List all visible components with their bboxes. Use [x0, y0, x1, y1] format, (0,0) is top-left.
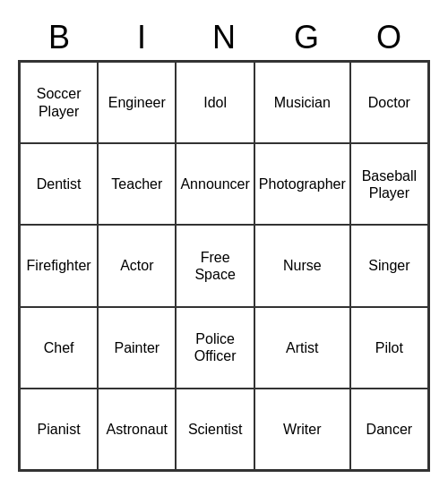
- bingo-cell-r3-c0[interactable]: Chef: [20, 307, 98, 389]
- bingo-cell-text-r4-c1: Astronaut: [107, 421, 168, 438]
- bingo-cell-r4-c4[interactable]: Dancer: [350, 389, 428, 470]
- bingo-cell-r1-c3[interactable]: Photographer: [254, 143, 350, 225]
- bingo-cell-r3-c3[interactable]: Artist: [254, 307, 350, 389]
- header-letter-b: B: [18, 15, 100, 60]
- bingo-cell-text-r2-c2: Free Space: [180, 249, 249, 283]
- bingo-cell-text-r2-c1: Actor: [120, 257, 153, 274]
- bingo-cell-text-r1-c0: Dentist: [37, 175, 82, 192]
- bingo-cell-r0-c2[interactable]: Idol: [176, 62, 254, 143]
- bingo-cell-r3-c2[interactable]: Police Officer: [176, 307, 254, 389]
- header-letter-i: I: [100, 15, 183, 60]
- bingo-card: BINGO Soccer PlayerEngineerIdolMusicianD…: [9, 6, 439, 481]
- bingo-cell-text-r3-c3: Artist: [286, 339, 318, 356]
- bingo-cell-text-r0-c0: Soccer Player: [24, 85, 93, 119]
- bingo-cell-text-r2-c4: Singer: [368, 257, 409, 274]
- bingo-header: BINGO: [18, 15, 430, 60]
- bingo-cell-text-r3-c0: Chef: [44, 339, 74, 356]
- bingo-cell-text-r4-c3: Writer: [283, 421, 321, 438]
- bingo-cell-r1-c2[interactable]: Announcer: [176, 143, 254, 225]
- header-letter-o: O: [348, 15, 430, 60]
- header-letter-n: N: [183, 15, 265, 60]
- bingo-cell-text-r2-c3: Nurse: [283, 257, 322, 274]
- bingo-cell-text-r1-c4: Baseball Player: [355, 167, 424, 201]
- bingo-cell-r3-c1[interactable]: Painter: [98, 307, 176, 389]
- bingo-cell-text-r3-c1: Painter: [114, 339, 159, 356]
- bingo-cell-text-r3-c4: Pilot: [375, 339, 403, 356]
- bingo-cell-r4-c1[interactable]: Astronaut: [98, 389, 176, 470]
- bingo-cell-text-r4-c0: Pianist: [38, 421, 81, 438]
- bingo-cell-r0-c0[interactable]: Soccer Player: [20, 62, 98, 143]
- bingo-cell-text-r3-c2: Police Officer: [180, 330, 249, 364]
- bingo-cell-r2-c3[interactable]: Nurse: [254, 225, 350, 306]
- bingo-cell-text-r2-c0: Firefighter: [27, 257, 91, 274]
- bingo-cell-r2-c1[interactable]: Actor: [98, 225, 176, 306]
- bingo-cell-text-r1-c3: Photographer: [259, 175, 346, 192]
- bingo-cell-r1-c0[interactable]: Dentist: [20, 143, 98, 225]
- bingo-cell-r1-c1[interactable]: Teacher: [98, 143, 176, 225]
- bingo-cell-r0-c1[interactable]: Engineer: [98, 62, 176, 143]
- bingo-cell-r2-c0[interactable]: Firefighter: [20, 225, 98, 306]
- bingo-cell-r0-c4[interactable]: Doctor: [350, 62, 428, 143]
- bingo-cell-r4-c3[interactable]: Writer: [254, 389, 350, 470]
- bingo-cell-r2-c2[interactable]: Free Space: [176, 225, 254, 306]
- bingo-cell-r4-c2[interactable]: Scientist: [176, 389, 254, 470]
- bingo-cell-text-r4-c4: Dancer: [366, 421, 413, 438]
- bingo-cell-text-r4-c2: Scientist: [188, 421, 242, 438]
- bingo-cell-r3-c4[interactable]: Pilot: [350, 307, 428, 389]
- bingo-cell-text-r0-c4: Doctor: [368, 94, 410, 111]
- bingo-cell-text-r1-c2: Announcer: [180, 175, 249, 192]
- bingo-grid: Soccer PlayerEngineerIdolMusicianDoctorD…: [18, 60, 430, 472]
- bingo-cell-r4-c0[interactable]: Pianist: [20, 389, 98, 470]
- bingo-cell-text-r0-c3: Musician: [274, 94, 331, 111]
- bingo-cell-text-r1-c1: Teacher: [111, 175, 162, 192]
- bingo-cell-text-r0-c1: Engineer: [108, 94, 166, 111]
- bingo-cell-r2-c4[interactable]: Singer: [350, 225, 428, 306]
- header-letter-g: G: [265, 15, 348, 60]
- bingo-cell-text-r0-c2: Idol: [203, 94, 227, 111]
- bingo-cell-r0-c3[interactable]: Musician: [254, 62, 350, 143]
- bingo-cell-r1-c4[interactable]: Baseball Player: [350, 143, 428, 225]
